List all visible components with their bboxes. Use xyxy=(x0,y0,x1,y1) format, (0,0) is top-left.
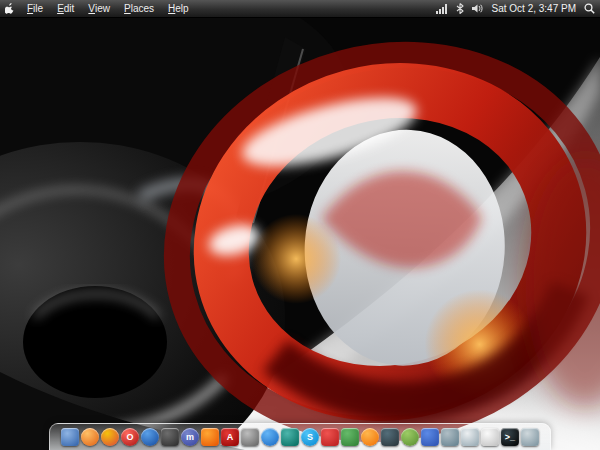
menu-items: FileEditViewPlacesHelp xyxy=(20,0,196,17)
gimp-icon[interactable] xyxy=(241,428,259,446)
skype-icon[interactable]: S xyxy=(301,428,319,446)
app-icon-15[interactable] xyxy=(341,428,359,446)
terminal-icon-glyph: >_ xyxy=(505,433,515,442)
safari-icon[interactable] xyxy=(261,428,279,446)
app-icon-20[interactable] xyxy=(441,428,459,446)
dock-area: OmAS>_ xyxy=(0,423,600,450)
app-icon-12[interactable] xyxy=(281,428,299,446)
adobe-reader-icon-glyph: A xyxy=(227,433,234,442)
app-icon-6[interactable] xyxy=(161,428,179,446)
firefox-icon[interactable] xyxy=(81,428,99,446)
app-icon-14[interactable] xyxy=(321,428,339,446)
app-icon-17[interactable] xyxy=(381,428,399,446)
menu-edit[interactable]: Edit xyxy=(50,0,81,17)
opera-icon-glyph: O xyxy=(126,433,133,442)
chrome-icon[interactable] xyxy=(101,428,119,446)
apple-menu[interactable] xyxy=(0,0,20,17)
menu-file[interactable]: File xyxy=(20,0,50,17)
trash-icon[interactable] xyxy=(521,428,539,446)
status-area: Sat Oct 2, 3:47 PM xyxy=(436,3,600,14)
app-icon-18[interactable] xyxy=(401,428,419,446)
music-app-icon[interactable]: m xyxy=(181,428,199,446)
signal-icon[interactable] xyxy=(436,4,448,14)
volume-icon[interactable] xyxy=(472,3,484,14)
wallpaper xyxy=(0,17,600,450)
terminal-icon[interactable]: >_ xyxy=(501,428,519,446)
vlc-icon[interactable] xyxy=(201,428,219,446)
search-icon[interactable] xyxy=(584,3,595,14)
menu-places[interactable]: Places xyxy=(117,0,161,17)
music-app-icon-glyph: m xyxy=(186,433,194,442)
app-icon-16[interactable] xyxy=(361,428,379,446)
text-editor-icon[interactable] xyxy=(461,428,479,446)
menu-help[interactable]: Help xyxy=(161,0,196,17)
bluetooth-icon[interactable] xyxy=(456,3,464,14)
apple-logo-icon xyxy=(5,3,16,15)
thunderbird-icon[interactable] xyxy=(141,428,159,446)
files-icon[interactable] xyxy=(61,428,79,446)
opera-icon[interactable]: O xyxy=(121,428,139,446)
skype-icon-glyph: S xyxy=(307,433,313,442)
clock[interactable]: Sat Oct 2, 3:47 PM xyxy=(492,3,576,14)
adobe-reader-icon[interactable]: A xyxy=(221,428,239,446)
menu-view[interactable]: View xyxy=(81,0,117,17)
dock: OmAS>_ xyxy=(49,423,551,450)
folder-stack-icon[interactable] xyxy=(481,428,499,446)
menu-bar: FileEditViewPlacesHelp Sat Oct 2, 3:47 P… xyxy=(0,0,600,18)
app-icon-19[interactable] xyxy=(421,428,439,446)
desktop-screen: FileEditViewPlacesHelp Sat Oct 2, 3:47 P… xyxy=(0,0,600,450)
